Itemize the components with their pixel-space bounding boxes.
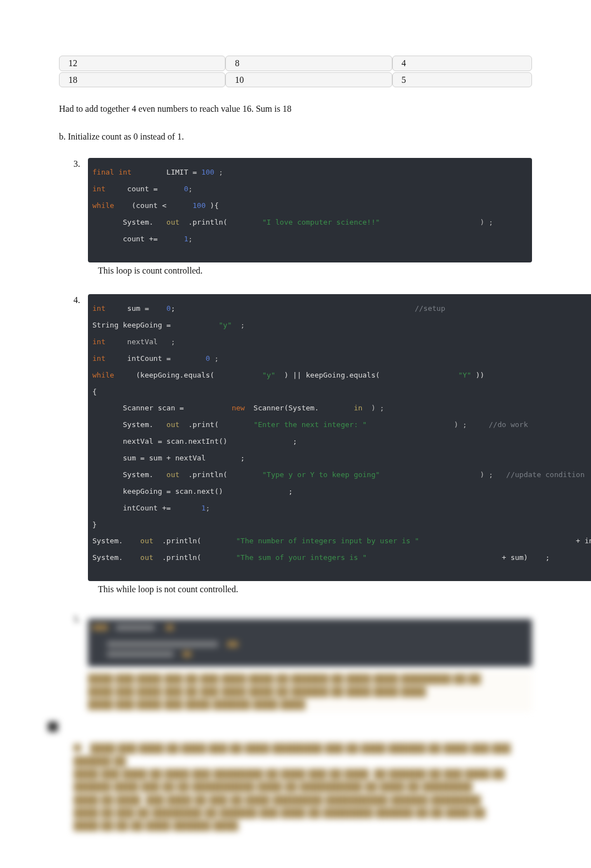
result-paragraph: Had to add together 4 even numbers to re… (59, 103, 532, 115)
kw: final int (92, 168, 131, 176)
code-block-4: int sum = 0; //setup String keepGoing = … (88, 294, 591, 581)
caption-3: This loop is count controlled. (98, 265, 532, 277)
values-table: 12 8 4 18 10 5 (59, 54, 532, 88)
answer-b-paragraph: b. Initialize count as 0 instead of 1. (59, 131, 532, 143)
section-bullet-blurred (48, 722, 532, 735)
item-number: 4. (73, 294, 88, 611)
list-item-3: 3. final int LIMIT = 100 ; int count = 0… (73, 158, 532, 292)
caption-4: This while loop is not count controlled. (98, 583, 591, 596)
item-number: 5. (73, 613, 88, 712)
blurred-code-block (88, 619, 532, 667)
blurred-paragraph: ████ ███ ████ ██ ████ ███ ██ ████ ██████… (73, 742, 532, 832)
item-number: 3. (73, 158, 88, 292)
list-item-5-blurred: 5. ████ ███ ████ ███ ██ ███ ████ ████ ██… (73, 613, 532, 712)
cell: 4 (392, 56, 532, 71)
cell: 12 (59, 56, 225, 71)
blurred-caption: ████ ███ ████ ███ ██ ███ ████ ████ ██ ██… (88, 671, 532, 712)
table-row: 12 8 4 (59, 56, 532, 71)
cell: 10 (225, 72, 392, 88)
list-item-4: 4. int sum = 0; //setup String keepGoing… (73, 294, 532, 611)
cell: 5 (392, 72, 532, 88)
cell: 8 (225, 56, 392, 71)
table-row: 18 10 5 (59, 72, 532, 88)
cell: 18 (59, 72, 225, 88)
code-block-3: final int LIMIT = 100 ; int count = 0; w… (88, 158, 532, 262)
